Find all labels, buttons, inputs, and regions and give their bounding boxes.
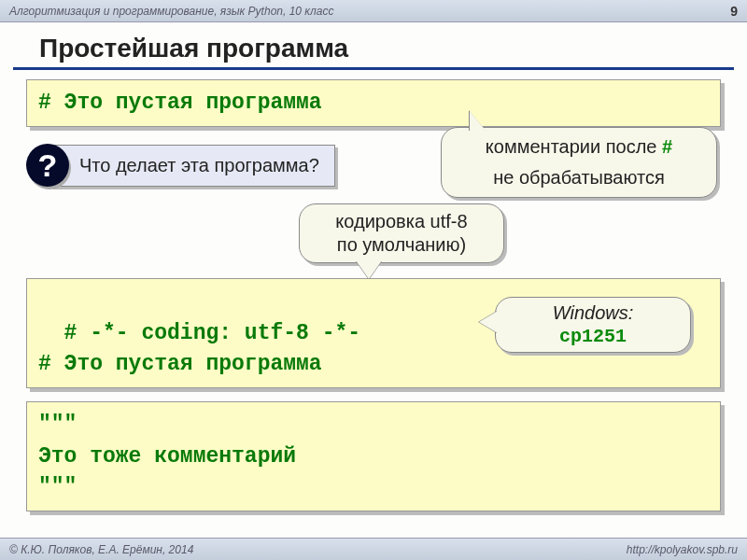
slide-title: Простейшая программа <box>13 22 734 70</box>
question-text: Что делает эта программа? <box>50 145 335 187</box>
callout-utf8-line2: по умолчанию) <box>313 233 490 257</box>
callout-win-label: Windows: <box>509 301 677 325</box>
callout-utf8-line1: кодировка utf-8 <box>313 210 490 233</box>
callout-comment: комментарии после # не обрабатываются <box>441 127 717 198</box>
course-title: Алгоритмизация и программирование, язык … <box>9 5 333 18</box>
callout-windows: Windows: cp1251 <box>495 297 691 353</box>
callout-utf8: кодировка utf-8 по умолчанию) <box>299 203 504 263</box>
footer-authors: © К.Ю. Поляков, Е.А. Ерёмин, 2014 <box>9 543 193 556</box>
code-block-1: # Это пустая программа <box>26 79 721 127</box>
callout-tail-icon <box>479 311 498 333</box>
callout-text: комментарии после <box>486 136 662 157</box>
footer-url: http://kpolyakov.spb.ru <box>627 543 738 556</box>
header-bar: Алгоритмизация и программирование, язык … <box>0 0 747 22</box>
code-text: # -*- coding: utf-8 -*- # Это пустая про… <box>38 321 360 376</box>
hash-symbol: # <box>662 136 672 157</box>
footer-bar: © К.Ю. Поляков, Е.А. Ерёмин, 2014 http:/… <box>0 538 747 560</box>
code-block-3: """ Это тоже комментарий """ <box>26 401 721 511</box>
callout-comment-line1: комментарии после # <box>457 135 701 159</box>
callout-tail-icon <box>470 111 486 132</box>
page-number: 9 <box>730 4 738 19</box>
callout-comment-line2: не обрабатываются <box>457 166 701 189</box>
callout-tail-icon <box>356 260 382 279</box>
callout-win-value: cp1251 <box>509 325 677 348</box>
